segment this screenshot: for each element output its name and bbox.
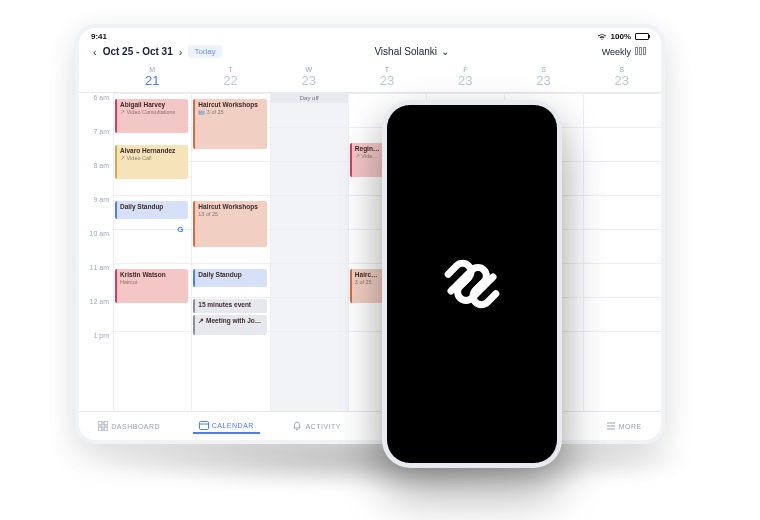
day-column-wed[interactable]: Day off [270,93,348,411]
nav-more-label: MORE [619,423,642,430]
calendar-icon [199,420,209,430]
event-subtitle: 👥 3 of 25 [198,109,263,116]
event-subtitle: ↗ Video Consultations [120,109,185,116]
calendar-event[interactable]: Daily Standup [193,269,266,287]
event-subtitle: Haircut [120,279,185,286]
day-number: 23 [270,73,348,88]
dashboard-icon [98,421,108,431]
event-title: Abigail Harvey [120,101,185,109]
grid-line [584,297,661,331]
event-title: Haircut Workshops [198,203,263,211]
bottom-nav: DASHBOARD CALENDAR ACTIVITY MORE [79,411,661,440]
day-header-1[interactable]: T22 [191,64,269,92]
calendar-event[interactable]: ↗ Meeting with Jo… [193,315,266,335]
day-letter: W [270,66,348,73]
grid-line [271,297,348,331]
svg-rect-3 [104,427,108,431]
nav-calendar-label: CALENDAR [212,422,254,429]
chevron-down-icon: ⌄ [441,46,449,57]
grid-line [271,263,348,297]
bell-icon [292,421,302,431]
prev-week-button[interactable]: ‹ [93,46,97,58]
battery-icon [635,33,649,40]
day-header-2[interactable]: W23 [270,64,348,92]
grid-line [271,195,348,229]
hour-label: 8 am [79,161,113,195]
day-letter: M [113,66,191,73]
tablet-device: 9:41 100% ‹ Oct 25 - Oct 31 › Today Vish… [75,24,665,444]
calendar-event[interactable]: Kristin WatsonHaircut [115,269,188,303]
nav-more[interactable]: MORE [600,419,648,433]
day-header-4[interactable]: F23 [426,64,504,92]
grid-line [584,161,661,195]
day-number: 23 [504,73,582,88]
calendar-event[interactable]: Daily Standup [115,201,188,219]
calendar-event[interactable]: Alvaro Hernandez↗ Video Call [115,145,188,179]
next-week-button[interactable]: › [179,46,183,58]
grid-line [192,161,269,195]
user-selector[interactable]: Vishal Solanki ⌄ [374,46,449,57]
event-title: 15 minutes event [198,301,263,309]
view-selector[interactable]: Weekly [602,47,647,57]
day-header-5[interactable]: S23 [504,64,582,92]
grid-line [584,195,661,229]
hamburger-icon [606,421,616,431]
day-letter: F [426,66,504,73]
hour-label: 10 am [79,229,113,263]
status-bar: 9:41 100% [79,28,661,43]
day-number: 22 [191,73,269,88]
grid-line [192,331,269,365]
day-column-tue[interactable]: Haircut Workshops👥 3 of 25Haircut Worksh… [191,93,269,411]
date-range[interactable]: Oct 25 - Oct 31 [103,46,173,57]
nav-dashboard-label: DASHBOARD [111,423,160,430]
phone-screen [387,105,557,463]
event-title: Alvaro Hernandez [120,147,185,155]
grid-line [271,331,348,365]
grid-line [584,127,661,161]
view-label: Weekly [602,47,631,57]
svg-rect-0 [98,421,102,425]
hour-label: 12 am [79,297,113,331]
day-number: 23 [348,73,426,88]
svg-rect-4 [199,422,208,430]
user-name: Vishal Solanki [374,46,437,57]
status-time: 9:41 [91,32,107,41]
nav-activity[interactable]: ACTIVITY [286,419,347,433]
grid-line [271,161,348,195]
day-letter: S [504,66,582,73]
day-header-0[interactable]: M21 [113,64,191,92]
day-column-sun[interactable] [583,93,661,411]
day-number: 23 [426,73,504,88]
calendar-event[interactable]: 15 minutes event [193,299,266,313]
event-title: Haircut Workshops [198,101,263,109]
squarespace-logo-icon [437,249,507,319]
calendar-event[interactable]: Haircut Workshops13 of 25 [193,201,266,247]
day-number: 21 [113,73,191,88]
time-gutter: 6 am7 am8 am9 am10 am11 am12 am1 pm [79,93,113,411]
day-number: 23 [583,73,661,88]
grid-line [584,263,661,297]
grid-line [271,229,348,263]
today-button[interactable]: Today [188,45,221,58]
calendar-event[interactable]: Haircut Workshops👥 3 of 25 [193,99,266,149]
nav-dashboard[interactable]: DASHBOARD [92,419,166,433]
google-icon: G [177,225,187,235]
tablet-screen: 9:41 100% ‹ Oct 25 - Oct 31 › Today Vish… [79,28,661,440]
day-column-mon[interactable]: Abigail Harvey↗ Video ConsultationsAlvar… [113,93,191,411]
day-header-3[interactable]: T23 [348,64,426,92]
day-letter: S [583,66,661,73]
phone-device [382,100,562,468]
day-header-6[interactable]: S23 [583,64,661,92]
grid-line [271,127,348,161]
calendar-body[interactable]: 6 am7 am8 am9 am10 am11 am12 am1 pm Abig… [79,93,661,411]
days-header: M21T22W23T23F23S23S23 [79,64,661,93]
calendar-event[interactable]: Abigail Harvey↗ Video Consultations [115,99,188,133]
calendar-header: ‹ Oct 25 - Oct 31 › Today Vishal Solanki… [79,43,661,64]
grid-line [584,331,661,365]
day-letter: T [191,66,269,73]
nav-calendar[interactable]: CALENDAR [193,418,260,434]
event-title: Kristin Watson [120,271,185,279]
event-title: Daily Standup [120,203,185,211]
event-title: ↗ Meeting with Jo… [198,317,263,325]
battery-pct: 100% [611,32,631,41]
